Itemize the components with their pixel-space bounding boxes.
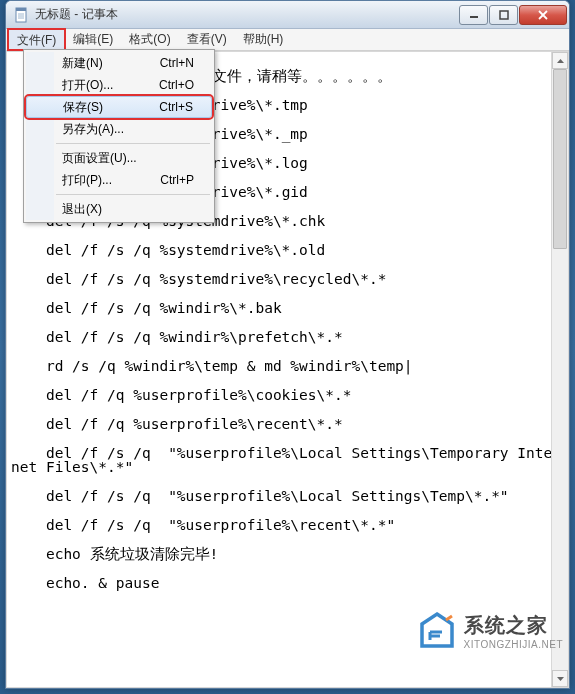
menu-file[interactable]: 文件(F) bbox=[8, 29, 65, 50]
menu-item-label: 页面设置(U)... bbox=[62, 150, 137, 167]
menu-item-page-setup[interactable]: 页面设置(U)... bbox=[26, 147, 212, 169]
scroll-thumb[interactable] bbox=[553, 69, 567, 249]
menu-item-shortcut: Ctrl+O bbox=[159, 78, 194, 92]
menu-help[interactable]: 帮助(H) bbox=[235, 29, 292, 50]
menu-item-label: 新建(N) bbox=[62, 55, 103, 72]
menu-item-shortcut: Ctrl+P bbox=[160, 173, 194, 187]
menu-edit[interactable]: 编辑(E) bbox=[65, 29, 121, 50]
menu-item-print[interactable]: 打印(P)... Ctrl+P bbox=[26, 169, 212, 191]
close-button[interactable] bbox=[519, 5, 567, 25]
menu-item-label: 打开(O)... bbox=[62, 77, 113, 94]
svg-rect-1 bbox=[16, 8, 26, 11]
menu-item-new[interactable]: 新建(N) Ctrl+N bbox=[26, 52, 212, 74]
file-menu-dropdown: 新建(N) Ctrl+N 打开(O)... Ctrl+O 保存(S) Ctrl+… bbox=[23, 49, 215, 223]
maximize-button[interactable] bbox=[489, 5, 518, 25]
menu-separator bbox=[56, 143, 210, 144]
svg-rect-6 bbox=[500, 11, 508, 19]
menu-item-label: 另存为(A)... bbox=[62, 121, 124, 138]
menu-item-label: 打印(P)... bbox=[62, 172, 112, 189]
vertical-scrollbar[interactable] bbox=[551, 52, 568, 687]
notepad-icon bbox=[14, 7, 30, 23]
minimize-button[interactable] bbox=[459, 5, 488, 25]
menu-item-save[interactable]: 保存(S) Ctrl+S bbox=[26, 96, 212, 118]
menu-format[interactable]: 格式(O) bbox=[121, 29, 178, 50]
menu-item-shortcut: Ctrl+S bbox=[159, 100, 193, 114]
titlebar[interactable]: 无标题 - 记事本 bbox=[6, 1, 569, 29]
menubar: 文件(F) 编辑(E) 格式(O) 查看(V) 帮助(H) bbox=[6, 29, 569, 51]
scroll-down-button[interactable] bbox=[552, 670, 568, 687]
scroll-up-button[interactable] bbox=[552, 52, 568, 69]
window-title: 无标题 - 记事本 bbox=[35, 6, 458, 23]
menu-view[interactable]: 查看(V) bbox=[179, 29, 235, 50]
menu-item-exit[interactable]: 退出(X) bbox=[26, 198, 212, 220]
menu-item-shortcut: Ctrl+N bbox=[160, 56, 194, 70]
menu-item-label: 保存(S) bbox=[63, 99, 103, 116]
menu-item-open[interactable]: 打开(O)... Ctrl+O bbox=[26, 74, 212, 96]
menu-separator bbox=[56, 194, 210, 195]
menu-item-save-as[interactable]: 另存为(A)... bbox=[26, 118, 212, 140]
menu-item-label: 退出(X) bbox=[62, 201, 102, 218]
